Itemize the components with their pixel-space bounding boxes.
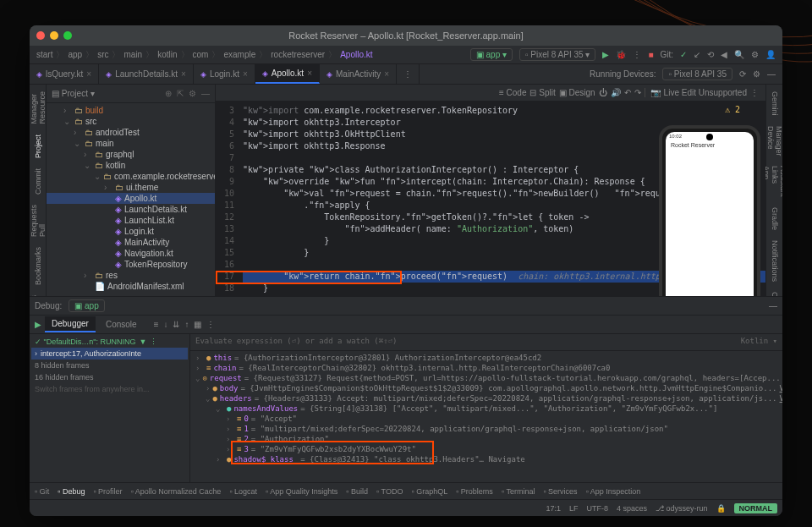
step-into-icon[interactable]: ↓ (163, 320, 167, 329)
tool-bookmarks[interactable]: Bookmarks (34, 247, 42, 285)
tree-item[interactable]: ◈LaunchList.kt (47, 215, 215, 226)
split-mode-button[interactable]: ⊟ Split (529, 88, 555, 97)
editor-tab[interactable]: ◈MainActivity× (320, 64, 397, 84)
panel-settings-icon[interactable]: ⚙ (189, 89, 196, 98)
debug-button[interactable]: 🐞 (616, 50, 626, 59)
line-separator[interactable]: LF (569, 504, 579, 513)
bottom-tab-apollo-normalized-cache[interactable]: ▫ Apollo Normalized Cache (131, 487, 222, 496)
variable-row[interactable]: ›● this = {AuthorizationInterceptor@3280… (190, 353, 782, 363)
tree-item[interactable]: ⌄🗀src (47, 116, 215, 127)
variable-row[interactable]: ⌄● headers = {Headers@33133} Accept: mul… (190, 393, 782, 403)
stack-frame[interactable]: › intercept:17, AuthorizationInte (31, 348, 188, 360)
editor-tab[interactable]: ◈lsQuery.kt× (30, 64, 99, 84)
breadcrumb-part[interactable]: kotlin (157, 50, 177, 59)
settings-icon[interactable]: ⚙ (753, 69, 760, 79)
force-step-icon[interactable]: ⇊ (173, 320, 179, 329)
bottom-tab-logcat[interactable]: ▫ Logcat (229, 487, 257, 496)
view-link[interactable]: View (780, 394, 783, 403)
more-actions-button[interactable]: ⋮ (633, 50, 641, 59)
tree-item[interactable]: ›🗀res (47, 270, 215, 281)
breadcrumb-part[interactable]: rocketreserver (271, 50, 325, 59)
variables-panel[interactable]: Evaluate expression (⏎) or add a watch (… (190, 334, 782, 482)
breadcrumb-part[interactable]: Apollo.kt (340, 50, 372, 59)
run-button[interactable]: ▶ (602, 50, 609, 59)
settings-icon[interactable]: ⚙ (751, 50, 759, 59)
warning-indicator[interactable]: ⚠ 2 (725, 105, 740, 114)
project-tree[interactable]: ›🗀build⌄🗀src›🗀androidTest⌄🗀main›🗀graphql… (47, 103, 215, 294)
code-mode-button[interactable]: ≡ Code (499, 88, 527, 97)
design-mode-button[interactable]: ▣ Design (559, 88, 595, 97)
stop-button[interactable]: ■ (648, 50, 653, 59)
variable-row[interactable]: ›≡ 0 = "Accept" (190, 414, 782, 424)
filter-icon[interactable]: ▼ (139, 338, 146, 346)
minimize-window-button[interactable] (50, 31, 58, 40)
caret-position[interactable]: 17:1 (546, 504, 561, 513)
frames-panel[interactable]: ✓ "DefaultDis…n": RUNNING ▼ ⋮ › intercep… (30, 334, 190, 482)
editor-tab[interactable]: ◈Login.kt× (194, 64, 255, 84)
lock-icon[interactable]: 🔒 (716, 504, 726, 513)
hide-icon[interactable]: — (767, 69, 776, 79)
tool-commit[interactable]: Commit (34, 168, 42, 195)
tree-item[interactable]: ◈Login.kt (47, 226, 215, 237)
tree-item[interactable]: ◈LaunchDetails.kt (47, 204, 215, 215)
debug-config[interactable]: ▣ app (69, 299, 104, 312)
rotate-right-icon[interactable]: ↷ (634, 88, 641, 97)
search-icon[interactable]: 🔍 (734, 50, 744, 59)
tree-item[interactable]: ◈TokenRepository (47, 259, 215, 270)
refresh-icon[interactable]: ⟳ (739, 69, 746, 79)
hidden-frames[interactable]: 8 hidden frames (31, 360, 188, 371)
bottom-tab-build[interactable]: ▫ Build (346, 487, 368, 496)
hidden-frames[interactable]: 16 hidden frames (31, 371, 188, 383)
volume-icon[interactable]: 🔊 (611, 88, 621, 97)
emulator-screen[interactable]: 10:02 Rocket Reserver (666, 132, 754, 296)
variable-row[interactable]: ›≡ 1 = "multipart/mixed;deferSpec=202208… (190, 424, 782, 434)
hide-debug-icon[interactable]: — (769, 301, 777, 310)
tool-build-variants[interactable]: Build Variants (30, 295, 47, 296)
encoding[interactable]: UTF-8 (586, 504, 608, 513)
bottom-tab-app-quality-insights[interactable]: ▫ App Quality Insights (266, 487, 337, 496)
bottom-tab-problems[interactable]: ▫ Problems (456, 487, 493, 496)
tool-project[interactable]: Project (34, 134, 42, 158)
hide-panel-icon[interactable]: — (201, 89, 210, 98)
tree-item[interactable]: ⌄🗀main (47, 138, 215, 149)
tool-gemini[interactable]: Gemini (771, 91, 779, 116)
power-icon[interactable]: ⏻ (599, 88, 607, 97)
history-icon[interactable]: ⟲ (707, 50, 714, 59)
collapse-all-icon[interactable]: ⇱ (177, 89, 184, 98)
rotate-left-icon[interactable]: ↶ (624, 88, 631, 97)
resume-button[interactable]: ▶ (35, 320, 41, 329)
close-window-button[interactable] (36, 31, 45, 40)
variable-row[interactable]: ⌄● namesAndValues = {String[4]@33138} ["… (190, 403, 782, 414)
bottom-tab-profiler[interactable]: ▫ Profiler (93, 487, 122, 496)
bottom-tab-terminal[interactable]: ▫ Terminal (502, 487, 535, 496)
more-tabs-button[interactable]: ⋮ (397, 64, 420, 84)
breadcrumb-part[interactable]: start (36, 50, 52, 59)
variable-row[interactable]: ›● body = {JvmHttpEngine$Companion$toOkH… (190, 383, 782, 393)
tree-item[interactable]: ⌄🗀com.example.rocketreserve (47, 171, 215, 182)
bottom-tab-graphql[interactable]: ▫ GraphQL (411, 487, 447, 496)
debugger-tab[interactable]: Debugger (45, 316, 96, 332)
device-selector[interactable]: ▫ Pixel 8 API 35 ▾ (519, 48, 595, 61)
tool-pull-requests[interactable]: Pull Requests (30, 205, 47, 237)
more-debug-icon[interactable]: ⋮ (206, 320, 215, 329)
editor-tab[interactable]: ◈Apollo.kt× (255, 64, 320, 84)
maximize-window-button[interactable] (63, 31, 72, 40)
more-icon[interactable]: ⋮ (750, 88, 759, 97)
tree-item[interactable]: ⌄🗀kotlin (47, 160, 215, 171)
editor-tab[interactable]: ◈LaunchDetails.kt× (99, 64, 194, 84)
git-branch[interactable]: ⎇ odyssey-run (656, 504, 708, 513)
view-link[interactable]: View (780, 384, 783, 393)
tool-resource-manager[interactable]: Resource Manager (30, 91, 47, 124)
editor-gutter[interactable]: 345678910111213141516171819 (216, 102, 239, 296)
tree-item[interactable]: 📄AndroidManifest.xml (47, 281, 215, 292)
thread-status[interactable]: ✓ "DefaultDis…n": RUNNING (35, 338, 135, 346)
tool-gradle[interactable]: Gradle (771, 207, 779, 230)
step-over-icon[interactable]: ≡ (154, 320, 159, 329)
evaluate-input[interactable]: Evaluate expression (⏎) or add a watch (… (195, 337, 397, 348)
breadcrumb-part[interactable]: main (123, 50, 142, 59)
step-out-icon[interactable]: ↑ (184, 320, 189, 329)
evaluate-icon[interactable]: ▦ (194, 320, 201, 329)
running-device-selector[interactable]: ▫ Pixel 8 API 35 (662, 68, 732, 80)
project-mode-selector[interactable]: ▤ Project ▾ (52, 89, 95, 98)
back-icon[interactable]: ◀ (721, 50, 727, 59)
